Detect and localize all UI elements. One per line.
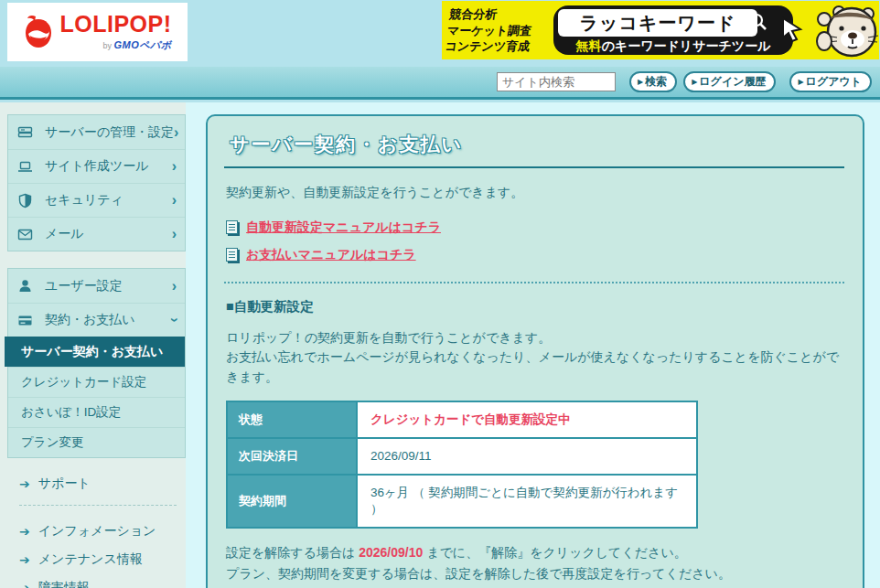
login-history-button[interactable]: ログイン履歴 xyxy=(683,71,776,92)
sidebar-divider xyxy=(19,505,177,506)
section-desc-line1: ロリポップ！の契約更新を自動で行うことができます。 xyxy=(226,328,844,348)
manual-link-row: 自動更新設定マニュアルはコチラ xyxy=(226,219,844,236)
contract-period-value: 36ヶ月 （ 契約期間ごとに自動で契約更新が行われます ） xyxy=(357,475,697,528)
chevron-right-icon xyxy=(174,124,178,141)
brand-name: LOLIPOP! xyxy=(59,13,171,36)
page-header: LOLIPOP! by GMOペパボ 競合分析 マーケット調査 コンテンツ育成 … xyxy=(0,0,880,67)
mail-icon xyxy=(17,227,33,242)
chevron-right-icon xyxy=(172,278,177,294)
cancel-note-line1: 設定を解除する場合は 2026/09/10 までに、『解除』をクリックしてくださ… xyxy=(226,543,844,563)
user-icon xyxy=(17,278,33,294)
triangle-icon xyxy=(638,75,645,88)
lolipop-logo-icon xyxy=(23,14,54,50)
rakko-keyword-ad-banner[interactable]: 競合分析 マーケット調査 コンテンツ育成 ラッコキーワード 無料のキーワードリサ… xyxy=(442,1,879,59)
page-title: サーバー契約・お支払い xyxy=(230,132,844,157)
sidebar-link-information[interactable]: インフォメーション xyxy=(19,520,186,542)
sidebar-item-site-tools[interactable]: サイト作成ツール xyxy=(8,149,185,183)
page-body: サーバーの管理・設定 サイト作成ツール セキュリティ xyxy=(0,102,880,588)
chevron-right-icon xyxy=(172,158,177,175)
cursor-arrow-icon xyxy=(780,16,804,42)
arrow-right-icon xyxy=(19,552,30,567)
sidebar-item-server-management[interactable]: サーバーの管理・設定 xyxy=(8,115,185,149)
sidebar-links: サポート インフォメーション メンテナンス情報 障害情報 xyxy=(7,476,186,588)
ad-feature-list: 競合分析 マーケット調査 コンテンツ育成 xyxy=(442,4,557,58)
document-icon xyxy=(226,220,238,234)
table-row-next-payment: 次回決済日 2026/09/11 xyxy=(227,438,697,475)
document-icon xyxy=(226,248,238,262)
triangle-icon xyxy=(798,75,805,88)
intro-text: 契約更新や、自動更新設定を行うことができます。 xyxy=(226,183,844,203)
auto-renewal-status-table: 状態 クレジットカードで自動更新設定中 次回決済日 2026/09/11 契約期… xyxy=(226,401,698,529)
row-label: 契約期間 xyxy=(227,475,357,528)
chevron-down-icon xyxy=(166,317,182,322)
payment-manual-link[interactable]: お支払いマニュアルはコチラ xyxy=(246,247,416,263)
shield-icon xyxy=(17,193,33,208)
arrow-right-icon xyxy=(19,524,30,539)
next-payment-date: 2026/09/11 xyxy=(357,438,697,475)
auto-renewal-section-heading: ■自動更新設定 xyxy=(226,298,844,315)
status-value: クレジットカードで自動更新設定中 xyxy=(357,401,697,438)
ad-product-pill: ラッコキーワード 無料のキーワードリサーチツール xyxy=(553,5,793,55)
section-desc-line2: お支払い忘れでホームページが見られなくなったり、メールが使えなくなったりすること… xyxy=(226,347,844,387)
row-label: 状態 xyxy=(227,401,357,438)
chevron-right-icon xyxy=(172,226,177,242)
cancel-deadline-date: 2026/09/10 xyxy=(359,545,423,560)
cancel-note-line2: プラン、契約期間を変更する場合は、設定を解除した後で再度設定を行ってください。 xyxy=(226,564,844,584)
sidebar-link-incident[interactable]: 障害情報 xyxy=(19,577,186,588)
sidebar-item-mail[interactable]: メール xyxy=(8,217,185,251)
main-panel: サーバー契約・お支払い 契約更新や、自動更新設定を行うことができます。 自動更新… xyxy=(206,114,864,588)
auto-renewal-manual-link[interactable]: 自動更新設定マニュアルはコチラ xyxy=(246,219,441,236)
arrow-right-icon xyxy=(19,476,30,491)
top-toolbar: 検索 ログイン履歴 ログアウト xyxy=(0,67,880,100)
title-rule xyxy=(224,166,844,168)
table-row-contract-period: 契約期間 36ヶ月 （ 契約期間ごとに自動で契約更新が行われます ） xyxy=(227,475,697,528)
site-search-input[interactable] xyxy=(497,72,616,91)
server-icon xyxy=(17,124,33,140)
table-row-status: 状態 クレジットカードで自動更新設定中 xyxy=(227,401,697,438)
sidebar-subitem-credit-card-settings[interactable]: クレジットカード設定 xyxy=(8,367,185,397)
sidebar-item-security[interactable]: セキュリティ xyxy=(8,183,185,217)
sidebar-item-contract-payment[interactable]: 契約・お支払い xyxy=(8,303,185,337)
brand-byline: by GMOペパボ xyxy=(102,38,171,52)
ad-tagline: 無料のキーワードリサーチツール xyxy=(558,38,789,55)
sidebar: サーバーの管理・設定 サイト作成ツール セキュリティ xyxy=(7,114,186,588)
dotted-divider xyxy=(224,282,844,283)
sidebar-link-maintenance[interactable]: メンテナンス情報 xyxy=(19,549,186,571)
search-button[interactable]: 検索 xyxy=(629,71,677,92)
manual-link-row: お支払いマニュアルはコチラ xyxy=(226,247,844,263)
lolipop-logo[interactable]: LOLIPOP! by GMOペパボ xyxy=(7,3,188,61)
sidebar-link-support[interactable]: サポート xyxy=(19,476,186,492)
credit-card-icon xyxy=(17,313,33,328)
chevron-right-icon xyxy=(172,192,177,208)
sidebar-menu-top: サーバーの管理・設定 サイト作成ツール セキュリティ xyxy=(7,114,186,251)
sidebar-subitem-server-contract-payment[interactable]: サーバー契約・お支払い xyxy=(5,337,185,367)
search-icon xyxy=(749,13,767,31)
sidebar-subitem-plan-change[interactable]: プラン変更 xyxy=(8,427,185,457)
row-label: 次回決済日 xyxy=(227,438,357,475)
arrow-right-icon xyxy=(19,581,30,588)
ad-product-name: ラッコキーワード xyxy=(580,11,736,36)
sidebar-subitem-osaipo-id-settings[interactable]: おさいぽ！ID設定 xyxy=(8,397,185,427)
sidebar-item-user-settings[interactable]: ユーザー設定 xyxy=(8,269,185,303)
laptop-icon xyxy=(17,159,33,175)
sidebar-menu-account: ユーザー設定 契約・お支払い サーバー契約・お支払い クレジットカード設定 おさ… xyxy=(7,268,186,458)
otter-mascot xyxy=(811,1,879,59)
logout-button[interactable]: ログアウト xyxy=(789,71,872,92)
